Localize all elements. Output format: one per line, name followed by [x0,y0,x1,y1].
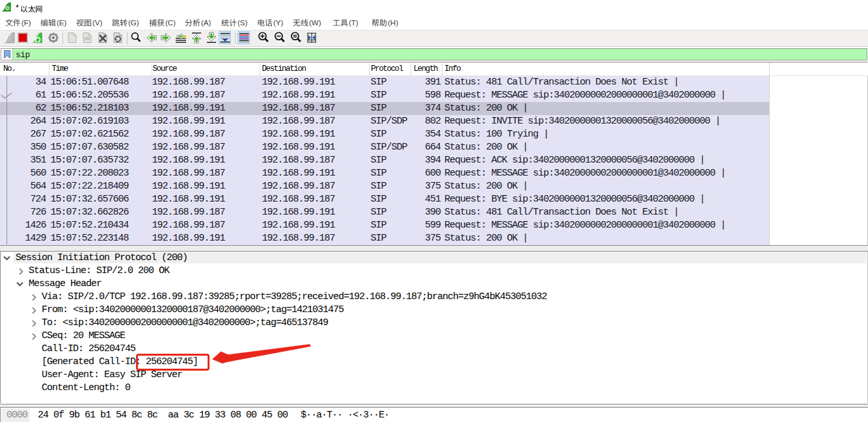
svg-text:010: 010 [85,37,90,40]
